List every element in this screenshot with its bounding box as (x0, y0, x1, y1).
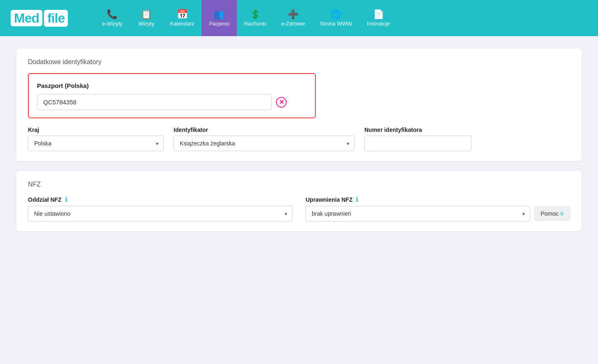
kraj-select[interactable]: PolskaNiemcyFrancjaWielka Brytania (28, 136, 164, 151)
nav-label-e-wizyty: e-Wizyty (102, 21, 123, 27)
uprawnienia-select[interactable]: brak uprawnieńUbezpieczonyInwalida (306, 206, 530, 221)
clear-icon: ✕ (276, 97, 287, 108)
oddzial-select[interactable]: Nie ustawionoMazowieckiŚląskiMałopolski (28, 206, 292, 221)
logo-file: file (44, 10, 68, 27)
nav-label-strona-www: Strona WWW (320, 21, 352, 27)
nav-icon-pacjenci: 👥 (213, 10, 225, 19)
nav-icon-strona-www: 🌐 (330, 10, 341, 19)
identyfikator-select[interactable]: Książeczka żeglarskaPaszportDowód osobis… (174, 136, 355, 151)
uprawnienia-info-icon: ℹ (356, 196, 358, 203)
external-link-icon: ⧉ (560, 211, 564, 217)
identifier-row: Kraj PolskaNiemcyFrancjaWielka Brytania … (28, 127, 570, 151)
passport-label: Paszport (Polska) (37, 82, 307, 89)
oddzial-label: Oddział NFZ (28, 196, 62, 203)
identyfikator-select-wrapper: Książeczka żeglarskaPaszportDowód osobis… (174, 136, 355, 151)
kraj-group: Kraj PolskaNiemcyFrancjaWielka Brytania … (28, 127, 164, 151)
nav-label-e-zdrowie: e-Zdrowie (281, 21, 305, 27)
nav-label-kalendarz: Kalendarz (170, 21, 195, 27)
oddzial-select-wrapper: Nie ustawionoMazowieckiŚląskiMałopolski … (28, 206, 292, 221)
oddzial-label-row: Oddział NFZ ℹ (28, 196, 292, 203)
dodatkowe-section-title: Dodatkowe identyfikatory (28, 58, 570, 66)
nav-icon-kalendarz: 📅 (177, 10, 188, 19)
uprawnienia-select-wrapper: brak uprawnieńUbezpieczonyInwalida ▾ (306, 206, 530, 221)
nfz-section-title: NFZ (28, 181, 570, 188)
identyfikator-label: Identyfikator (174, 127, 355, 133)
nfz-row: Oddział NFZ ℹ Nie ustawionoMazowieckiŚlą… (28, 196, 570, 221)
kraj-label: Kraj (28, 127, 164, 133)
navbar: Medfile 📞 e-Wizyty 📋 Wizyty 📅 Kalendarz … (0, 0, 598, 36)
nav-item-rachunki[interactable]: 💲 Rachunki (237, 0, 274, 36)
nav-item-e-zdrowie[interactable]: ➕ e-Zdrowie (274, 0, 313, 36)
numer-label: Numer identyfikatora (364, 127, 471, 133)
nav-label-instrukcje: Instrukcje (367, 21, 390, 27)
nav-icon-wizyty: 📋 (141, 10, 152, 19)
app-logo: Medfile (10, 10, 68, 27)
main-content: Dodatkowe identyfikatory Paszport (Polsk… (0, 36, 598, 253)
nav-icon-e-wizyty: 📞 (107, 10, 118, 19)
numer-input[interactable] (364, 136, 471, 151)
nav-icon-instrukcje: 📄 (373, 10, 384, 19)
pomoc-button[interactable]: Pomoc ⧉ (534, 207, 570, 221)
nav-label-wizyty: Wizyty (139, 21, 154, 27)
nav-item-wizyty[interactable]: 📋 Wizyty (130, 0, 163, 36)
nfz-card: NFZ Oddział NFZ ℹ Nie ustawionoMazowieck… (16, 171, 582, 231)
uprawnienia-nfz-group: Uprawnienia NFZ ℹ brak uprawnieńUbezpiec… (306, 196, 570, 221)
logo-area: Medfile (0, 0, 95, 36)
nav-items: 📞 e-Wizyty 📋 Wizyty 📅 Kalendarz 👥 Pacjen… (95, 0, 598, 36)
pomoc-label: Pomoc (540, 210, 559, 217)
clear-passport-button[interactable]: ✕ (276, 97, 287, 108)
nav-icon-rachunki: 💲 (250, 10, 261, 19)
dodatkowe-identyfikatory-card: Dodatkowe identyfikatory Paszport (Polsk… (16, 48, 582, 161)
nav-item-instrukcje[interactable]: 📄 Instrukcje (359, 0, 397, 36)
numer-group: Numer identyfikatora (364, 127, 471, 151)
oddzial-info-icon: ℹ (65, 196, 67, 203)
kraj-select-wrapper: PolskaNiemcyFrancjaWielka Brytania ▾ (28, 136, 164, 151)
uprawnienia-label-row: Uprawnienia NFZ ℹ (306, 196, 570, 203)
uprawnienia-label: Uprawnienia NFZ (306, 196, 352, 203)
nav-label-rachunki: Rachunki (244, 21, 267, 27)
nav-item-kalendarz[interactable]: 📅 Kalendarz (163, 0, 202, 36)
passport-input-row: ✕ (37, 94, 307, 110)
nav-item-pacjenci[interactable]: 👥 Pacjenci (202, 0, 236, 36)
nav-item-strona-www[interactable]: 🌐 Strona WWW (313, 0, 360, 36)
oddzial-nfz-group: Oddział NFZ ℹ Nie ustawionoMazowieckiŚlą… (28, 196, 292, 221)
identyfikator-group: Identyfikator Książeczka żeglarskaPaszpo… (174, 127, 355, 151)
logo-med: Med (11, 10, 42, 26)
nav-label-pacjenci: Pacjenci (209, 21, 229, 27)
passport-input[interactable] (37, 94, 271, 110)
nav-item-e-wizyty[interactable]: 📞 e-Wizyty (95, 0, 130, 36)
passport-box: Paszport (Polska) ✕ (28, 73, 316, 118)
uprawnienia-select-row: brak uprawnieńUbezpieczonyInwalida ▾ Pom… (306, 206, 570, 221)
nav-icon-e-zdrowie: ➕ (287, 10, 299, 19)
